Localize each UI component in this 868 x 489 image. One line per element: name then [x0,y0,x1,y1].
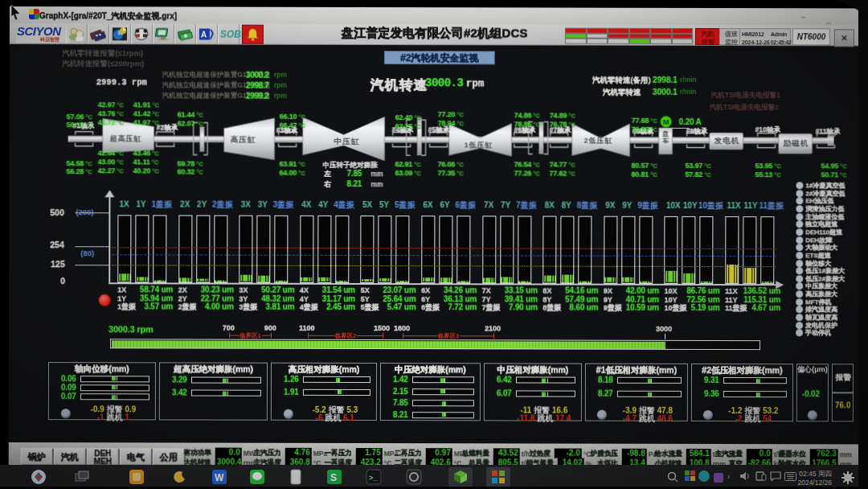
svg-text:W: W [215,472,224,483]
svg-text:SOB: SOB [220,29,241,40]
svg-text:>_: >_ [369,474,378,482]
svg-text:A: A [201,31,207,39]
svg-text:S: S [330,472,337,483]
svg-text:M: M [663,118,669,126]
